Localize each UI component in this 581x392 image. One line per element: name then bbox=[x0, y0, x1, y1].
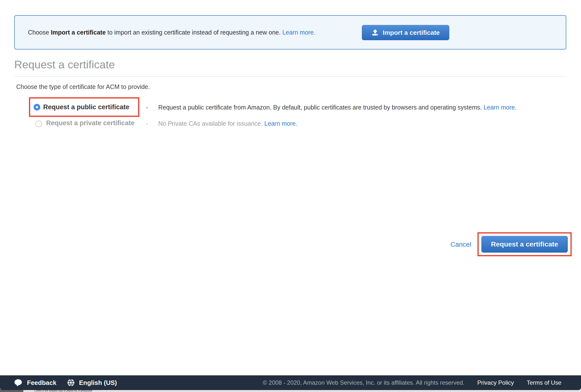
separator-dash: - bbox=[146, 120, 148, 127]
banner-message: Choose Import a certificate to import an… bbox=[28, 16, 315, 49]
footer-bar: Feedback English (US) © 2008 - 2020, Ama… bbox=[0, 375, 581, 390]
title-divider bbox=[14, 76, 567, 77]
page-title: Request a certificate bbox=[14, 58, 115, 71]
public-description-text: Request a public certificate from Amazon… bbox=[158, 104, 484, 111]
public-certificate-description: Request a public certificate from Amazon… bbox=[158, 104, 516, 111]
banner-text-suffix: to import an existing certificate instea… bbox=[106, 29, 282, 36]
highlight-box-public-option: Request a public certificate bbox=[29, 97, 139, 117]
language-label: English (US) bbox=[79, 379, 117, 387]
public-learn-more-link[interactable]: Learn more. bbox=[484, 104, 517, 111]
import-certificate-button[interactable]: Import a certificate bbox=[362, 25, 449, 40]
import-button-label: Import a certificate bbox=[383, 29, 440, 36]
private-certificate-description: No Private CAs available for issuance. L… bbox=[158, 120, 297, 127]
public-certificate-label: Request a public certificate bbox=[43, 103, 129, 111]
terms-of-use-link[interactable]: Terms of Use bbox=[527, 379, 561, 386]
speech-bubble-icon bbox=[14, 379, 22, 386]
page-subtitle: Choose the type of certificate for ACM t… bbox=[16, 83, 150, 90]
highlight-box-submit-button: Request a certificate bbox=[478, 232, 572, 256]
feedback-button[interactable]: Feedback bbox=[14, 379, 56, 387]
radio-private-certificate-disabled bbox=[35, 121, 42, 127]
separator-dash: - bbox=[146, 104, 148, 111]
public-certificate-option[interactable]: Request a public certificate bbox=[30, 98, 138, 116]
cancel-link[interactable]: Cancel bbox=[450, 241, 471, 248]
banner-text-prefix: Choose bbox=[28, 29, 51, 36]
radio-public-certificate-selected[interactable] bbox=[34, 104, 40, 111]
upload-icon bbox=[372, 29, 379, 36]
private-learn-more-link[interactable]: Learn more. bbox=[264, 120, 297, 127]
private-certificate-label: Request a private certificate bbox=[46, 119, 134, 127]
request-certificate-button[interactable]: Request a certificate bbox=[482, 236, 568, 253]
globe-icon bbox=[67, 379, 74, 386]
banner-learn-more-link[interactable]: Learn more. bbox=[282, 29, 316, 36]
copyright-text: © 2008 - 2020, Amazon Web Services, Inc.… bbox=[263, 379, 465, 386]
feedback-label: Feedback bbox=[27, 379, 56, 387]
private-description-text: No Private CAs available for issuance. bbox=[158, 120, 264, 127]
language-selector[interactable]: English (US) bbox=[67, 379, 117, 387]
banner-text-bold: Import a certificate bbox=[51, 29, 106, 36]
import-info-banner: Choose Import a certificate to import an… bbox=[14, 15, 566, 49]
privacy-policy-link[interactable]: Privacy Policy bbox=[477, 379, 514, 386]
